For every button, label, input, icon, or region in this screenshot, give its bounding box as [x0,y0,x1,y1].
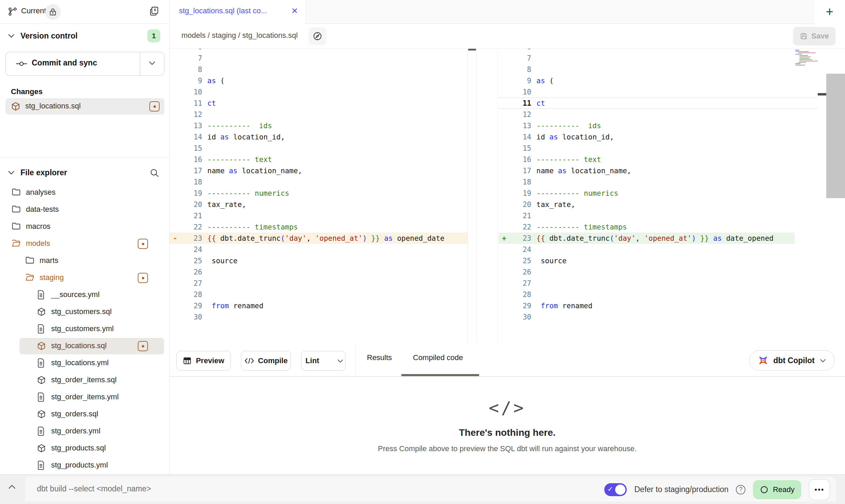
code-line-26: 26 [499,266,845,278]
version-control-title: Version control [20,31,77,41]
tree-item-analyses[interactable]: analyses [0,184,169,201]
tree-item-stg-customers-sql[interactable]: stg_customers.sql [0,303,169,321]
code-line-26: 26 [169,266,468,278]
line-number: 16 [509,155,531,164]
defer-toggle[interactable]: ✓ [604,483,627,496]
commit-and-sync-button[interactable]: Commit and sync [5,52,164,76]
tab-compiled-code[interactable]: Compiled code [413,353,463,362]
tab-label: stg_locations.sql (last co... [179,6,267,15]
toggle-knob [615,485,625,495]
changed-file-row[interactable]: stg_locations.sql [5,98,164,115]
file-icon [37,290,45,299]
tab-results[interactable]: Results [367,353,392,362]
scrollbar-thumb[interactable] [826,74,845,198]
preview-button[interactable]: Preview [176,351,231,371]
line-number: 30 [509,313,531,321]
tree-item-label: data-tests [26,205,59,214]
tree-item-label: stg_orders.yml [51,427,100,435]
file-explorer-header[interactable]: File explorer [0,166,169,181]
copy-icon[interactable] [149,6,160,17]
line-number: 21 [509,212,531,220]
tree-item-stg-products-yml[interactable]: stg_products.yml [0,457,169,474]
tree-item--sources-yml[interactable]: __sources.yml [0,286,169,303]
tree-item-data-tests[interactable]: data-tests [0,201,169,218]
lint-split-button[interactable]: Lint [301,351,345,371]
save-label: Save [811,32,829,41]
line-number: 29 [509,302,531,310]
code-text: {{ dbt.date_trunc('day', 'opened_at') }}… [207,234,444,242]
compile-button[interactable]: Compile [241,351,291,371]
chevron-up-icon[interactable] [8,484,16,490]
new-tab-icon[interactable]: + [826,5,833,18]
close-icon[interactable]: ✕ [291,6,298,16]
sidebar: Current Version control [0,0,169,474]
code-text: ---------- ids [536,122,601,130]
line-number: 29 [180,302,202,310]
tree-item-stg-order-items-sql[interactable]: stg_order_items.sql [0,372,169,389]
line-number: 14 [180,133,202,141]
version-control-header[interactable]: Version control 1 [0,29,169,44]
tab-stg-locations[interactable]: stg_locations.sql (last co... ✕ [169,0,306,24]
code-line-18: 18 [499,176,845,188]
model-icon [37,307,46,316]
lint-options-chevron-icon[interactable] [332,359,349,363]
diff-pane-original[interactable]: 6789as (1011ct1213---------- ids14id as … [169,49,468,344]
tree-item-stg-customers-yml[interactable]: stg_customers.yml [0,321,169,338]
line-number: 13 [180,122,202,130]
tree-item-stg-locations-sql[interactable]: stg_locations.sql [0,338,169,355]
tree-item-label: stg_products.yml [51,461,108,470]
line-number: 23 [180,234,202,242]
tree-item-staging[interactable]: staging [0,269,169,286]
lineage-compass-icon[interactable] [309,27,326,45]
defer-label: Defer to staging/production [634,485,728,494]
pane-divider[interactable] [476,49,498,344]
file-explorer-title: File explorer [20,168,67,177]
line-number: 13 [509,122,531,130]
code-line-25: 25 source [499,255,845,266]
search-icon[interactable] [149,168,160,178]
code-line-24: 24 [169,244,468,255]
minimap[interactable] [795,50,816,69]
code-line-10: 10 [169,86,468,98]
lint-label[interactable]: Lint [298,356,324,365]
commit-options-chevron-icon[interactable] [148,61,156,65]
line-number: 22 [509,223,531,231]
line-number: 10 [509,88,531,96]
code-line-29: 29 from renamed [499,300,845,311]
line-number: 25 [180,257,202,265]
code-line-27: 27 [499,278,845,289]
code-line-8: 8 [169,64,468,75]
tree-item-stg-products-sql[interactable]: stg_products.sql [0,440,169,457]
git-branch-icon [8,6,18,17]
tree-item-label: staging [40,273,64,282]
code-text: from renamed [207,302,263,310]
code-line-14: 14id as location_id, [169,131,468,143]
tree-item-models[interactable]: models [0,235,169,252]
tree-item-stg-orders-yml[interactable]: stg_orders.yml [0,423,169,440]
tree-item-stg-locations-yml[interactable]: stg_locations.yml [0,355,169,372]
line-number: 6 [509,49,531,51]
commit-and-sync-label: Commit and sync [32,58,97,68]
tree-item-marts[interactable]: marts [0,252,169,269]
more-options-button[interactable]: ••• [809,479,830,500]
diff-pane-modified[interactable]: 6789as (1011ct1213---------- ids14id as … [499,49,845,344]
empty-state-title: There's nothing here. [459,427,556,438]
help-icon[interactable]: ? [736,485,745,494]
code-line-24: 24 [499,244,845,255]
editor-vertical-scrollbar[interactable] [826,49,845,344]
code-text: id as location_id, [536,133,614,141]
dbt-copilot-button[interactable]: dbt Copilot [749,350,835,371]
newtab-zone: + [814,0,845,24]
branch-lock-badge [45,4,61,20]
code-text: ct [207,99,216,107]
save-button[interactable]: Save [793,27,835,45]
tree-item-stg-order-items-yml[interactable]: stg_order_items.yml [0,389,169,406]
code-line-23: +23{{ dbt.date_trunc('day', 'opened_at')… [499,233,795,244]
toolbar-divider [355,344,356,376]
tree-item-macros[interactable]: macros [0,218,169,235]
diff-editor[interactable]: 6789as (1011ct1213---------- ids14id as … [169,48,845,344]
diff-marker: + [499,234,509,242]
code-text: id as location_id, [207,133,285,141]
tree-item-stg-orders-sql[interactable]: stg_orders.sql [0,406,169,423]
code-line-7: 7 [169,53,468,64]
